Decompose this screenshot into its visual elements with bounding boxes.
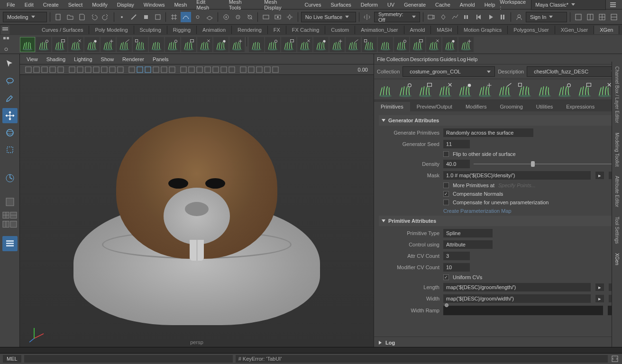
xgen-shelf-icon-16[interactable] xyxy=(281,37,296,52)
xray-joints-icon[interactable] xyxy=(188,66,195,73)
four-view-2-icon[interactable] xyxy=(10,211,17,218)
snap-grid-icon[interactable] xyxy=(169,12,179,22)
xgen-shelf-icon-1[interactable] xyxy=(36,37,51,52)
play-icon[interactable] xyxy=(486,12,496,22)
shelf-tab-fx-caching[interactable]: FX Caching xyxy=(286,26,325,34)
modifier-cv-input[interactable] xyxy=(443,263,470,272)
xgen-menu-file[interactable]: File xyxy=(377,56,385,62)
select-tool-icon[interactable] xyxy=(2,57,18,72)
xgen-tab-preview-output[interactable]: Preview/Output xyxy=(410,102,459,111)
shelf-tab-fx[interactable]: FX xyxy=(268,26,286,34)
mask-input[interactable] xyxy=(443,171,591,180)
render-icon[interactable] xyxy=(261,12,271,22)
generator-seed-input[interactable] xyxy=(443,140,470,148)
viewport-menu-lighting[interactable]: Lighting xyxy=(70,55,96,63)
shelf-tab-rendering[interactable]: Rendering xyxy=(232,26,268,34)
primitive-type-combo[interactable]: Spline xyxy=(443,229,493,237)
bookmark-icon[interactable] xyxy=(33,66,40,73)
xgen-shelf-icon-24[interactable] xyxy=(410,37,425,52)
description-combo[interactable]: chestCloth_fuzz_DESC xyxy=(527,66,619,77)
menu-surfaces[interactable]: Surfaces xyxy=(326,1,356,9)
shelf-tab-curves-surfaces[interactable]: Curves / Surfaces xyxy=(36,26,89,34)
menu-meshtools[interactable]: Mesh Tools xyxy=(224,0,260,11)
select-object-icon[interactable] xyxy=(153,12,163,22)
section-generator-attributes[interactable]: Generator Attributes xyxy=(379,115,617,126)
outliner-toggle-icon[interactable] xyxy=(2,236,18,251)
sculpt-guide-icon[interactable] xyxy=(457,81,474,98)
grease-pencil-icon[interactable] xyxy=(57,66,64,73)
visibility-icon[interactable] xyxy=(496,81,513,98)
menu-deform[interactable]: Deform xyxy=(356,1,383,9)
viewport-menu-renderer[interactable]: Renderer xyxy=(119,55,148,63)
create-param-map-link[interactable]: Create Parameterization Map xyxy=(443,208,512,214)
xgen-shelf-icon-9[interactable] xyxy=(165,37,180,52)
2d-pan-icon[interactable] xyxy=(49,66,56,73)
save-scene-icon[interactable] xyxy=(77,12,87,22)
layout3-icon[interactable] xyxy=(597,12,607,22)
xgen-menu-help[interactable]: Help xyxy=(467,56,478,62)
shelf-tab-polygons-user[interactable]: Polygons_User xyxy=(508,26,555,34)
compensate-uneven-checkbox[interactable] xyxy=(443,200,449,205)
last-tool-icon[interactable] xyxy=(2,171,18,186)
xgen-shelf-icon-4[interactable] xyxy=(84,37,100,52)
viewport-3d[interactable]: persp xyxy=(20,75,374,348)
xgen-shelf-icon-8[interactable] xyxy=(149,37,164,52)
film-gate-icon[interactable] xyxy=(76,66,84,73)
key-icon[interactable] xyxy=(438,12,448,22)
tab-tool-settings[interactable]: Tool Settings xyxy=(613,212,621,248)
toggle-guide-icon[interactable] xyxy=(476,81,494,98)
select-vertex-icon[interactable] xyxy=(117,12,127,22)
flip-checkbox[interactable] xyxy=(443,151,449,157)
new-scene-icon[interactable] xyxy=(53,12,63,22)
render-settings-icon[interactable] xyxy=(285,12,295,22)
signin-combo[interactable]: Sign In xyxy=(526,12,567,22)
xgen-shelf-icon-11[interactable] xyxy=(197,37,212,52)
xgen-menu-log[interactable]: Log xyxy=(457,56,466,62)
lock-icon[interactable] xyxy=(516,81,533,98)
graph-icon[interactable] xyxy=(450,12,460,22)
layout1-icon[interactable] xyxy=(573,12,583,22)
dope-icon[interactable] xyxy=(462,12,472,22)
menu-help[interactable]: Help xyxy=(480,1,500,9)
menu-windows[interactable]: Windows xyxy=(139,1,170,9)
menu-create[interactable]: Create xyxy=(38,1,64,9)
shelf-tab-motion-graphics[interactable]: Motion Graphics xyxy=(458,26,508,34)
shelf-tab-animation-user[interactable]: Animation_User xyxy=(355,26,404,34)
timeline[interactable] xyxy=(0,347,622,354)
four-view-1-icon[interactable] xyxy=(2,211,9,218)
xgen-tab-grooming[interactable]: Grooming xyxy=(494,102,530,111)
density-input[interactable] xyxy=(443,160,470,168)
shelf-tab-mash[interactable]: MASH xyxy=(431,26,458,34)
menu-uv[interactable]: UV xyxy=(383,1,399,9)
preview-icon[interactable] xyxy=(377,81,394,98)
poly-count-icon[interactable] xyxy=(272,66,279,73)
menu-meshdisplay[interactable]: Mesh Display xyxy=(259,0,300,11)
camera-icon[interactable] xyxy=(25,66,32,73)
single-view-icon[interactable] xyxy=(2,194,18,209)
xgen-shelf-icon-10[interactable] xyxy=(181,37,196,52)
xgen-log-section[interactable]: Log xyxy=(374,337,622,348)
layout2-icon[interactable] xyxy=(585,12,595,22)
xgen-menu-descriptions[interactable]: Descriptions xyxy=(410,56,439,62)
background-icon[interactable] xyxy=(264,66,271,73)
view-transform-icon[interactable] xyxy=(256,66,263,73)
shelf-tab-rigging[interactable]: Rigging xyxy=(167,26,197,34)
command-input[interactable] xyxy=(24,355,233,363)
rotate-tool-icon[interactable] xyxy=(2,125,18,140)
snap-plane-icon[interactable] xyxy=(205,12,215,22)
menu-cache[interactable]: Cache xyxy=(430,1,455,9)
menu-select[interactable]: Select xyxy=(64,1,88,9)
safe-title-icon[interactable] xyxy=(117,66,124,73)
xgen-menu-collection[interactable]: Collection xyxy=(386,56,409,62)
xgen-shelf-icon-22[interactable] xyxy=(378,37,393,52)
live-surface-combo[interactable]: No Live Surface xyxy=(301,12,356,22)
xgen-shelf-icon-26[interactable] xyxy=(442,37,457,52)
menu-file[interactable]: File xyxy=(2,1,20,9)
xgen-shelf-icon-23[interactable] xyxy=(394,37,409,52)
shelf-tab-xgen-user[interactable]: XGen_User xyxy=(555,26,594,34)
script-editor-icon[interactable] xyxy=(611,355,619,363)
res-gate-icon[interactable] xyxy=(84,66,92,73)
viewport-menu-view[interactable]: View xyxy=(23,55,42,63)
shelf-tab-sculpting[interactable]: Sculpting xyxy=(134,26,167,34)
field-chart-icon[interactable] xyxy=(101,66,108,73)
